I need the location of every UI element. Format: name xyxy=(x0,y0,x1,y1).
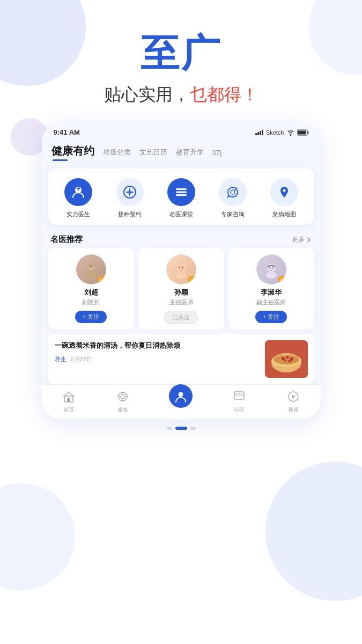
svg-point-15 xyxy=(88,265,94,270)
chevron-right-icon xyxy=(306,237,312,243)
nav-title-underline xyxy=(53,159,68,161)
quick-action-consult[interactable]: 专家咨询 xyxy=(219,178,247,218)
follow-button-1[interactable]: 已关注 xyxy=(164,311,198,324)
svg-point-34 xyxy=(288,360,291,363)
svg-point-7 xyxy=(128,190,132,194)
follow-button-2[interactable]: + 关注 xyxy=(255,311,287,323)
quick-action-vaccine[interactable]: 接种预约 xyxy=(116,178,144,218)
signal-icon xyxy=(255,130,263,135)
article-date: 6月22日 xyxy=(71,355,92,363)
nav-service-label: 服务 xyxy=(117,406,128,414)
nav-item-garbage[interactable]: 垃圾分类 xyxy=(103,148,131,157)
doctor-face-2 xyxy=(262,260,281,279)
soup-image xyxy=(265,340,308,378)
video-icon xyxy=(286,389,301,404)
svg-point-16 xyxy=(90,266,91,267)
svg-point-25 xyxy=(272,267,273,268)
svg-point-24 xyxy=(269,267,270,268)
doctor-name-0: 刘超 xyxy=(84,288,98,297)
svg-rect-2 xyxy=(307,131,308,134)
nav-home[interactable]: 首页 xyxy=(61,389,76,414)
nav-video-label: 视频 xyxy=(288,406,299,414)
quick-action-doctor[interactable]: 实力医生 xyxy=(64,178,92,218)
quick-action-map[interactable]: 急病地图 xyxy=(270,178,298,218)
header-section: 至广 贴心实用，乜都得！ xyxy=(0,0,362,107)
subtitle-highlight: 乜都得！ xyxy=(190,85,258,104)
indicator-2[interactable] xyxy=(190,427,196,430)
bg-decoration-bottom-left xyxy=(0,483,75,590)
svg-point-33 xyxy=(284,360,286,362)
nav-title[interactable]: 健康有约 xyxy=(51,144,94,158)
svg-point-14 xyxy=(85,272,97,279)
svg-point-39 xyxy=(179,392,183,397)
svg-point-23 xyxy=(266,272,277,279)
status-bar: 9:41 AM Sketch xyxy=(42,123,321,140)
nav-community[interactable]: 社区 xyxy=(232,389,247,414)
phone-frame: 9:41 AM Sketch xyxy=(42,123,321,419)
svg-point-17 xyxy=(91,266,92,267)
consult-label: 专家咨询 xyxy=(221,210,245,218)
nav-bar: 健康有约 垃圾分类 文艺日历 教育升学 37| xyxy=(42,140,321,163)
map-icon-bg xyxy=(270,178,298,206)
svg-rect-36 xyxy=(67,398,70,402)
course-label: 名医课堂 xyxy=(169,210,193,218)
nav-item-more[interactable]: 37| xyxy=(212,149,222,157)
consult-icon-bg xyxy=(219,178,247,206)
carrier-name: Sketch xyxy=(266,129,284,136)
bg-decoration-bottom-right xyxy=(265,462,362,601)
nav-item-edu[interactable]: 教育升学 xyxy=(176,148,204,157)
vip-badge-0: V xyxy=(98,276,106,284)
doctor-face-1 xyxy=(172,260,191,279)
nav-profile[interactable] xyxy=(169,393,193,410)
svg-rect-10 xyxy=(176,194,187,196)
profile-icon xyxy=(169,384,193,408)
svg-point-41 xyxy=(237,393,238,394)
indicator-1[interactable] xyxy=(175,427,187,430)
doctor-title-0: 副院长 xyxy=(82,298,100,306)
doctor-avatar-0: V xyxy=(76,254,106,284)
status-time: 9:41 AM xyxy=(54,128,80,136)
section-title: 名医推荐 xyxy=(50,235,83,245)
nav-service[interactable]: 服务 xyxy=(115,389,130,414)
community-icon xyxy=(232,389,247,404)
battery-icon xyxy=(297,129,309,136)
svg-point-12 xyxy=(283,189,285,192)
svg-point-11 xyxy=(231,190,235,194)
quick-action-course[interactable]: 名医课堂 xyxy=(167,178,195,218)
app-subtitle: 贴心实用，乜都得！ xyxy=(0,83,362,107)
consult-icon xyxy=(225,185,240,200)
svg-point-42 xyxy=(239,393,240,394)
app-title: 至广 xyxy=(0,32,362,75)
wifi-icon xyxy=(287,129,294,136)
doctor-avatar-1: V xyxy=(166,254,196,284)
svg-rect-1 xyxy=(298,130,306,134)
subtitle-normal: 贴心实用， xyxy=(104,85,190,104)
nav-item-arts[interactable]: 文艺日历 xyxy=(139,148,167,157)
doctor-name-1: 孙颖 xyxy=(174,288,188,297)
page-indicators xyxy=(0,419,362,435)
doctor-label: 实力医生 xyxy=(67,210,90,218)
nav-home-label: 首页 xyxy=(63,406,74,414)
course-icon xyxy=(174,185,189,200)
vip-badge-1: V xyxy=(188,276,196,284)
doctor-card-2: V 李淑华 副主任医师 + 关注 xyxy=(228,248,314,330)
bottom-nav: 首页 服务 xyxy=(42,384,321,419)
status-icons: Sketch xyxy=(255,129,309,136)
svg-point-19 xyxy=(176,273,187,280)
article-card[interactable]: 一碗透着米香的清汤，帮你夏日消热除烦 养生 6月22日 xyxy=(48,334,314,384)
doctor-icon-bg xyxy=(64,178,92,206)
doctor-card-1: V 孙颖 主任医师 已关注 xyxy=(138,248,224,330)
indicator-0[interactable] xyxy=(167,427,172,430)
map-label: 急病地图 xyxy=(272,210,296,218)
doctor-name-2: 李淑华 xyxy=(261,288,282,297)
more-button[interactable]: 更多 xyxy=(292,235,312,244)
follow-button-0[interactable]: + 关注 xyxy=(75,311,107,323)
article-content: 一碗透着米香的清汤，帮你夏日消热除烦 养生 6月22日 xyxy=(55,340,258,378)
doctor-title-1: 主任医师 xyxy=(169,298,193,306)
article-title: 一碗透着米香的清汤，帮你夏日消热除烦 xyxy=(55,340,258,351)
article-tag: 养生 xyxy=(55,355,67,363)
doctor-avatar-2: V xyxy=(256,254,286,284)
nav-video[interactable]: 视频 xyxy=(286,389,301,414)
svg-rect-9 xyxy=(176,192,187,193)
svg-point-30 xyxy=(282,357,285,360)
